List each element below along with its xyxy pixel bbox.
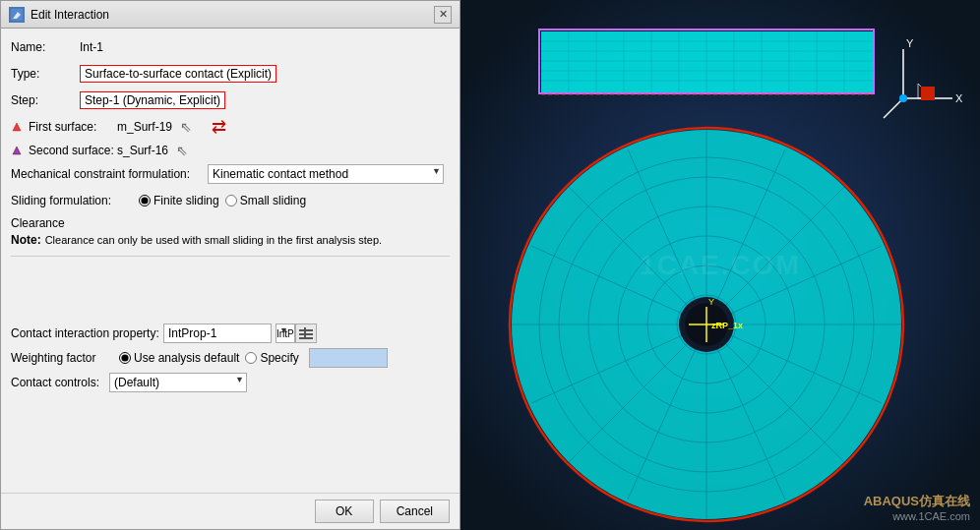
- sliding-label: Sliding formulation:: [11, 194, 139, 207]
- specify-input[interactable]: [309, 348, 388, 368]
- cancel-button[interactable]: Cancel: [380, 500, 450, 523]
- scene-svg: Y X: [460, 0, 980, 530]
- contact-prop-select[interactable]: IntProp-1: [276, 324, 295, 343]
- viewport: Y X: [460, 0, 980, 530]
- dialog-body: Name: Int-1 Type: Surface-to-surface con…: [1, 29, 459, 493]
- second-surface-icon: [11, 145, 23, 156]
- ref-point-marker: [921, 87, 935, 100]
- note-row: Note: Clearance can only be used with sm…: [11, 233, 450, 248]
- empty-region: [11, 265, 450, 324]
- ok-button[interactable]: OK: [315, 500, 374, 523]
- dialog-title: Edit Interaction: [31, 8, 109, 22]
- contact-prop-edit-icon[interactable]: [295, 324, 317, 343]
- finite-sliding-radio[interactable]: [139, 195, 151, 206]
- second-surface-arrow-icon[interactable]: ⇖: [176, 143, 188, 158]
- finite-sliding-label: Finite sliding: [153, 194, 219, 207]
- mechanical-row: Mechanical constraint formulation: Kinem…: [11, 163, 450, 185]
- first-surface-arrow-icon[interactable]: ⇖: [180, 119, 192, 135]
- small-sliding-radio-label[interactable]: Small sliding: [225, 194, 306, 207]
- clearance-header: Clearance: [11, 216, 450, 230]
- title-left: Edit Interaction: [9, 7, 109, 23]
- specify-radio[interactable]: [245, 352, 257, 364]
- note-bold: Note:: [11, 233, 41, 247]
- svg-text:Y: Y: [906, 37, 914, 49]
- step-value: Step-1 (Dynamic, Explicit): [80, 91, 225, 109]
- first-surface-value: m_Surf-19: [117, 120, 172, 134]
- svg-point-13: [899, 94, 907, 102]
- mechanical-select-wrapper[interactable]: Kinematic contact method Penalty contact…: [208, 164, 444, 184]
- type-value: Surface-to-surface contact (Explicit): [80, 65, 276, 83]
- name-label: Name:: [11, 40, 80, 54]
- finite-sliding-radio-label[interactable]: Finite sliding: [139, 194, 219, 207]
- svg-marker-1: [13, 123, 21, 131]
- flat-plate-mesh: [541, 31, 873, 92]
- weighting-row: Weighting factor Use analysis default Sp…: [11, 348, 450, 368]
- sliding-radio-group: Finite sliding Small sliding: [139, 194, 306, 207]
- type-row: Type: Surface-to-surface contact (Explic…: [11, 63, 450, 85]
- small-sliding-label: Small sliding: [240, 194, 306, 207]
- contact-controls-row: Contact controls: (Default): [11, 373, 450, 392]
- dialog-icon: [9, 7, 25, 23]
- small-sliding-radio[interactable]: [225, 195, 237, 206]
- svg-text:X: X: [955, 92, 963, 104]
- type-label: Type:: [11, 67, 80, 81]
- bottom-buttons: OK Cancel: [1, 493, 459, 529]
- weighting-radio-group: Use analysis default Specify: [119, 348, 388, 368]
- first-surface-label: First surface:: [29, 120, 117, 134]
- contact-prop-label: Contact interaction property:: [11, 326, 163, 340]
- sliding-row: Sliding formulation: Finite sliding Smal…: [11, 190, 450, 211]
- mechanical-select[interactable]: Kinematic contact method Penalty contact…: [208, 164, 444, 184]
- contact-controls-label: Contact controls:: [11, 376, 109, 389]
- name-row: Name: Int-1: [11, 36, 450, 58]
- use-analysis-label: Use analysis default: [134, 351, 239, 365]
- specify-label: Specify: [260, 351, 298, 365]
- weighting-label: Weighting factor: [11, 351, 119, 365]
- svg-rect-15: [541, 31, 873, 92]
- close-button[interactable]: ✕: [434, 6, 452, 24]
- divider: [11, 256, 450, 257]
- second-surface-row: Second surface: s_Surf-16 ⇖: [11, 143, 450, 158]
- edit-interaction-dialog: Edit Interaction ✕ Name: Int-1 Type: Sur…: [0, 0, 460, 530]
- second-surface-value: s_Surf-16: [117, 144, 168, 157]
- first-surface-icon: [11, 121, 23, 133]
- swap-icon[interactable]: ⇄: [212, 116, 226, 138]
- note-text: Clearance can only be used with small sl…: [45, 233, 382, 248]
- svg-marker-2: [13, 147, 21, 154]
- step-label: Step:: [11, 93, 80, 107]
- first-surface-row: First surface: m_Surf-19 ⇖ ⇄: [11, 116, 450, 138]
- contact-prop-input[interactable]: [163, 324, 272, 343]
- use-analysis-radio-label[interactable]: Use analysis default: [119, 351, 239, 365]
- contact-controls-select[interactable]: (Default): [109, 373, 247, 392]
- contact-prop-dropdown[interactable]: IntProp-1: [276, 324, 291, 343]
- edit-icon: [298, 326, 314, 340]
- y-label-center: Y: [708, 297, 714, 307]
- use-analysis-radio[interactable]: [119, 352, 131, 364]
- rp-label: zRP_1x: [711, 321, 743, 330]
- step-row: Step: Step-1 (Dynamic, Explicit): [11, 89, 450, 111]
- name-value: Int-1: [80, 40, 103, 54]
- contact-controls-select-wrapper[interactable]: (Default): [109, 373, 247, 392]
- dialog-titlebar: Edit Interaction ✕: [1, 1, 459, 29]
- second-surface-label: Second surface:: [29, 144, 117, 157]
- mechanical-label: Mechanical constraint formulation:: [11, 167, 208, 181]
- specify-radio-label[interactable]: Specify: [245, 351, 298, 365]
- contact-prop-row: Contact interaction property: IntProp-1: [11, 324, 450, 343]
